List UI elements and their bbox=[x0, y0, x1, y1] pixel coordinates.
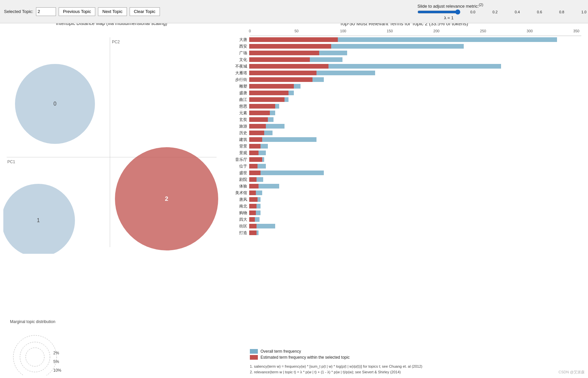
bar-topic bbox=[249, 91, 289, 95]
slider-section: Slide to adjust relevance metric:(2) 0.0… bbox=[417, 3, 584, 20]
bar-topic bbox=[249, 177, 257, 182]
bar-group bbox=[249, 157, 576, 163]
bar-group bbox=[249, 230, 576, 236]
table-row: 景观 bbox=[227, 150, 581, 156]
table-row: 街区 bbox=[227, 223, 581, 229]
bar-group bbox=[249, 150, 576, 156]
term-label: 剧院 bbox=[227, 177, 249, 182]
term-label: 体验 bbox=[227, 184, 249, 189]
x-tick: 50 bbox=[294, 29, 298, 33]
bar-group bbox=[249, 203, 576, 209]
bar-topic bbox=[249, 44, 331, 49]
marginal-title: Marginal topic distribution bbox=[10, 319, 220, 324]
bar-topic bbox=[249, 84, 294, 89]
bar-chart: 大唐西安广场文化不夜城大雁塔步行街雕塑盛唐曲江慈恩元素玄奘旅游历史建筑背景景观音… bbox=[227, 37, 581, 236]
footnotes: 1. saliency(term w) = frequency(w) * [su… bbox=[250, 364, 581, 375]
bar-group bbox=[249, 43, 576, 49]
bar-group bbox=[249, 70, 576, 76]
bar-group bbox=[249, 143, 576, 149]
term-label: 历史 bbox=[227, 131, 249, 136]
bar-topic bbox=[249, 164, 258, 169]
slider-tick: 0.2 bbox=[484, 10, 506, 14]
footnote: 1. saliency(term w) = frequency(w) * [su… bbox=[250, 364, 581, 369]
table-row: 盛唐 bbox=[227, 90, 581, 96]
bar-topic bbox=[249, 190, 256, 195]
table-row: 文化 bbox=[227, 57, 581, 63]
bar-group bbox=[249, 123, 576, 129]
right-panel: Top-30 Most Relevant Terms for Topic 2 (… bbox=[220, 17, 588, 378]
topic-label-2: 2 bbox=[165, 195, 168, 202]
bar-topic bbox=[249, 51, 319, 55]
table-row: 唐风 bbox=[227, 196, 581, 202]
next-topic-button[interactable]: Next Topic bbox=[98, 7, 127, 16]
bar-group bbox=[249, 103, 576, 109]
term-label: 元素 bbox=[227, 111, 249, 116]
topic-label-1: 1 bbox=[37, 217, 40, 223]
term-label: 景观 bbox=[227, 151, 249, 156]
bar-group bbox=[249, 216, 576, 222]
bar-topic bbox=[249, 117, 268, 122]
term-label: 盛世 bbox=[227, 171, 249, 176]
table-row: 购物 bbox=[227, 210, 581, 216]
marginal-label-10pct: 10% bbox=[53, 368, 61, 373]
x-tick: 100 bbox=[340, 29, 346, 33]
marginal-label-5pct: 5% bbox=[53, 359, 61, 364]
term-label: 步行街 bbox=[227, 77, 249, 82]
bar-topic bbox=[249, 151, 259, 155]
relevance-slider[interactable] bbox=[417, 9, 460, 15]
table-row: 历史 bbox=[227, 130, 581, 136]
slider-tick: 0.6 bbox=[528, 10, 551, 14]
x-tick: 200 bbox=[433, 29, 439, 33]
bar-group bbox=[249, 50, 576, 56]
svg-point-3 bbox=[20, 342, 50, 372]
table-row: 音乐厅 bbox=[227, 157, 581, 163]
term-label: 旅游 bbox=[227, 124, 249, 129]
legend-overall-color bbox=[250, 349, 258, 354]
bar-topic bbox=[249, 204, 257, 208]
legend-overall-label: Overall term frequency bbox=[261, 349, 301, 354]
bar-overall bbox=[249, 171, 324, 175]
bar-group bbox=[249, 63, 576, 69]
table-row: 旅游 bbox=[227, 123, 581, 129]
topic-label-0: 0 bbox=[54, 101, 57, 107]
term-label: 盛唐 bbox=[227, 91, 249, 96]
term-label: 南北 bbox=[227, 204, 249, 209]
slider-tick-labels: 0.00.20.40.60.81.0 bbox=[462, 10, 588, 14]
term-label: 西安 bbox=[227, 44, 249, 49]
bar-topic bbox=[249, 37, 338, 42]
table-row: 盛世 bbox=[227, 170, 581, 176]
bar-topic bbox=[249, 230, 257, 235]
selected-topic-input[interactable] bbox=[36, 7, 56, 16]
bar-group bbox=[249, 223, 576, 229]
bar-group bbox=[249, 183, 576, 189]
bar-group bbox=[249, 57, 576, 63]
bar-group bbox=[249, 177, 576, 183]
marginal-label-2pct: 2% bbox=[53, 351, 61, 355]
bar-topic bbox=[249, 144, 261, 149]
bar-chart-container: 050100150200250300350 大唐西安广场文化不夜城大雁塔步行街雕… bbox=[227, 29, 581, 345]
bar-topic bbox=[249, 210, 256, 215]
bar-group bbox=[249, 137, 576, 143]
legend-topic: Estimated term frequency within the sele… bbox=[250, 355, 581, 360]
term-label: 不夜城 bbox=[227, 64, 249, 69]
previous-topic-button[interactable]: Previous Topic bbox=[59, 7, 95, 16]
table-row: 不夜城 bbox=[227, 63, 581, 69]
table-row: 大唐 bbox=[227, 37, 581, 43]
pc2-label: PC2 bbox=[112, 40, 120, 44]
bar-topic bbox=[249, 77, 312, 82]
legend-topic-label: Estimated term frequency within the sele… bbox=[261, 355, 349, 360]
term-label: 背景 bbox=[227, 144, 249, 149]
watermark: CSDN @艾派森 bbox=[559, 370, 585, 375]
term-label: 玄奘 bbox=[227, 117, 249, 122]
table-row: 玄奘 bbox=[227, 117, 581, 123]
table-row: 四大 bbox=[227, 216, 581, 222]
bar-topic bbox=[249, 111, 270, 115]
table-row: 背景 bbox=[227, 143, 581, 149]
table-row: 位于 bbox=[227, 163, 581, 169]
bar-group bbox=[249, 196, 576, 202]
table-row: 打造 bbox=[227, 230, 581, 236]
clear-topic-button[interactable]: Clear Topic bbox=[130, 7, 160, 16]
term-label: 慈恩 bbox=[227, 104, 249, 109]
pc1-label: PC1 bbox=[7, 160, 15, 164]
bar-topic bbox=[249, 197, 258, 202]
